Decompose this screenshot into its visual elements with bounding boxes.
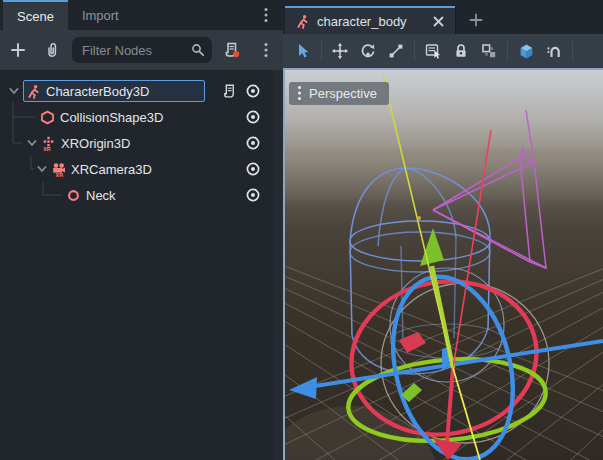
- scene-tab-bar: character_body: [283, 0, 603, 34]
- attach-script-button[interactable]: [220, 38, 244, 62]
- scene-dock-toolbar: [0, 30, 283, 70]
- add-node-button[interactable]: [6, 38, 30, 62]
- character-body-3d-icon: [295, 14, 310, 29]
- select-tool-icon: [294, 42, 312, 60]
- chevron-down-icon[interactable]: [26, 137, 38, 149]
- perspective-dots-icon: [297, 85, 302, 101]
- tab-character-body[interactable]: character_body: [285, 6, 455, 34]
- chevron-down-icon[interactable]: [8, 85, 20, 97]
- tab-divider: [455, 6, 456, 34]
- lock-icon: [452, 42, 470, 60]
- search-icon: [190, 42, 206, 62]
- chevron-down-icon[interactable]: [36, 163, 48, 175]
- viewport-3d-scene: [285, 70, 603, 460]
- svg-text:XR: XR: [43, 145, 51, 150]
- tree-row-collisionshape3d[interactable]: CollisionShape3D: [0, 104, 273, 130]
- scene-dock: Scene Import: [0, 0, 283, 460]
- scene-tree-menu-dots-icon[interactable]: [254, 38, 278, 62]
- marker-ring-icon: [66, 188, 81, 203]
- toolbar-separator: [572, 41, 573, 61]
- list-select-button[interactable]: [419, 38, 447, 64]
- group-button[interactable]: [475, 38, 503, 64]
- filter-nodes-box: [72, 37, 212, 63]
- eye-icon[interactable]: [245, 187, 261, 203]
- scale-tool-button[interactable]: [382, 38, 410, 64]
- eye-icon[interactable]: [245, 83, 261, 99]
- viewport-toolbar: [283, 34, 603, 68]
- toolbar-separator: [507, 41, 508, 61]
- tree-row-characterbody3d[interactable]: CharacterBody3D: [0, 78, 273, 104]
- snap-icon: [545, 42, 563, 60]
- scale-tool-icon: [387, 42, 405, 60]
- group-icon: [480, 42, 498, 60]
- perspective-menu-button[interactable]: Perspective: [289, 82, 389, 105]
- perspective-label: Perspective: [309, 86, 377, 101]
- eye-icon[interactable]: [245, 161, 261, 177]
- eye-icon[interactable]: [245, 109, 261, 125]
- move-tool-button[interactable]: [326, 38, 354, 64]
- camera-origin-point: [417, 216, 421, 220]
- select-tool-button[interactable]: [289, 38, 317, 64]
- local-space-icon: [517, 42, 536, 61]
- move-tool-icon: [331, 42, 349, 60]
- xr-camera-3d-icon: XR: [51, 162, 66, 177]
- xr-origin-3d-icon: XR: [41, 136, 56, 151]
- snap-toggle[interactable]: [540, 38, 568, 64]
- toolbar-separator: [321, 41, 322, 61]
- scene-tab-label: character_body: [317, 14, 425, 29]
- node-label: CharacterBody3D: [46, 84, 149, 99]
- instance-scene-button[interactable]: [40, 38, 64, 62]
- new-scene-tab-button[interactable]: [468, 6, 484, 34]
- character-body-3d-icon: [26, 84, 41, 99]
- node-label: XROrigin3D: [61, 136, 130, 151]
- scene-tree: CharacterBody3D CollisionShape3D: [0, 70, 273, 460]
- list-select-icon: [424, 42, 442, 60]
- rotate-tool-icon: [359, 42, 377, 60]
- node-label: Neck: [86, 188, 116, 203]
- dock-tab-bar: Scene Import: [0, 0, 283, 30]
- node-label: CollisionShape3D: [60, 110, 163, 125]
- tree-row-neck[interactable]: Neck: [0, 182, 273, 208]
- eye-icon[interactable]: [245, 135, 261, 151]
- lock-button[interactable]: [447, 38, 475, 64]
- tree-row-xrorigin3d[interactable]: XR XROrigin3D: [0, 130, 273, 156]
- collision-shape-3d-icon: [40, 110, 55, 125]
- tree-row-xrcamera3d[interactable]: XR XRCamera3D: [0, 156, 273, 182]
- toolbar-separator: [414, 41, 415, 61]
- svg-text:XR: XR: [56, 171, 64, 176]
- node-label: XRCamera3D: [71, 162, 152, 177]
- tab-import[interactable]: Import: [68, 0, 133, 30]
- tab-scene[interactable]: Scene: [3, 0, 68, 30]
- script-icon[interactable]: [222, 83, 237, 99]
- dock-menu-dots-icon[interactable]: [259, 0, 283, 30]
- local-space-toggle[interactable]: [512, 38, 540, 64]
- close-icon[interactable]: [432, 15, 445, 28]
- godot-editor: Scene Import: [0, 0, 603, 460]
- rotate-tool-button[interactable]: [354, 38, 382, 64]
- main-viewport-panel: character_body: [283, 0, 603, 460]
- viewport-3d[interactable]: Perspective: [283, 68, 603, 460]
- selected-node-box: CharacterBody3D: [23, 80, 205, 102]
